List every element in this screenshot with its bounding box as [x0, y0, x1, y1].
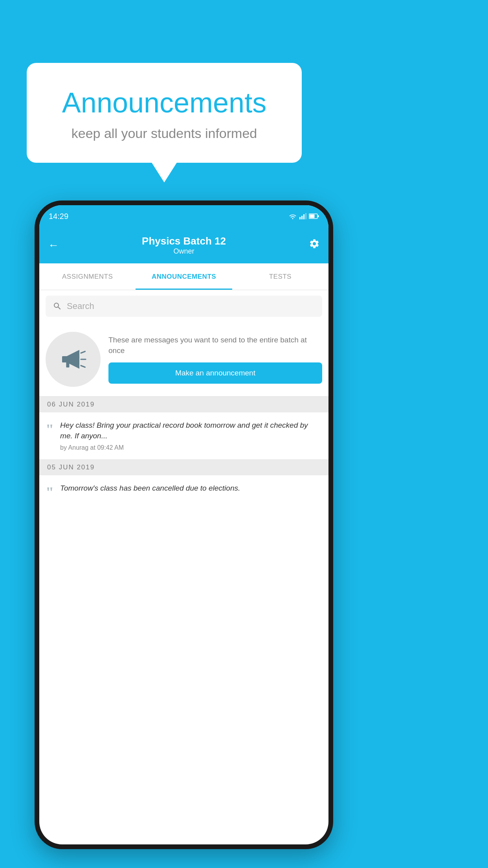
quote-icon-2: " [46, 485, 54, 500]
promo-section: These are messages you want to send to t… [39, 322, 328, 397]
bubble-subtitle: keep all your students informed [46, 126, 282, 141]
signal-icon [299, 213, 306, 219]
battery-icon [309, 213, 319, 219]
announcement-text-1: Hey class! Bring your practical record b… [60, 420, 322, 441]
tab-announcements[interactable]: ANNOUNCEMENTS [136, 263, 232, 290]
svg-rect-3 [305, 213, 306, 219]
tab-tests[interactable]: TESTS [232, 263, 328, 290]
tab-assignments[interactable]: ASSIGNMENTS [39, 263, 136, 290]
settings-button[interactable] [309, 238, 320, 252]
svg-line-12 [81, 366, 85, 367]
svg-rect-2 [303, 214, 305, 219]
speech-bubble: Announcements keep all your students inf… [27, 63, 302, 163]
bubble-title: Announcements [46, 86, 282, 119]
announcement-item-1[interactable]: " Hey class! Bring your practical record… [39, 412, 328, 460]
batch-name: Physics Batch 12 [142, 235, 226, 247]
announcement-meta-1: by Anurag at 09:42 AM [60, 444, 322, 451]
search-icon [53, 302, 62, 311]
promo-description: These are messages you want to send to t… [108, 335, 322, 356]
search-container: Search [39, 290, 328, 322]
announcement-content-1: Hey class! Bring your practical record b… [60, 420, 322, 451]
header-title-group: Physics Batch 12 Owner [142, 235, 226, 256]
svg-rect-5 [310, 215, 315, 218]
announcement-text-2: Tomorrow's class has been cancelled due … [60, 483, 322, 494]
status-bar: 14:29 [39, 205, 328, 227]
promo-content: These are messages you want to send to t… [108, 335, 322, 383]
search-placeholder: Search [67, 301, 94, 311]
megaphone-icon [57, 344, 89, 375]
svg-rect-1 [301, 216, 303, 219]
nav-bar: ← Physics Batch 12 Owner [39, 227, 328, 263]
svg-line-10 [81, 351, 85, 353]
phone-mockup: 14:29 [35, 200, 333, 849]
wifi-icon [288, 213, 297, 219]
announcement-item-2[interactable]: " Tomorrow's class has been cancelled du… [39, 475, 328, 508]
search-bar[interactable]: Search [46, 296, 322, 317]
svg-rect-0 [299, 217, 301, 219]
status-icons [288, 213, 319, 219]
back-button[interactable]: ← [48, 239, 59, 252]
date-divider-1: 06 JUN 2019 [39, 397, 328, 412]
speech-bubble-container: Announcements keep all your students inf… [27, 63, 302, 163]
svg-rect-8 [62, 356, 67, 362]
app-header: 14:29 [39, 205, 328, 263]
make-announcement-button[interactable]: Make an announcement [108, 362, 322, 384]
date-divider-2: 05 JUN 2019 [39, 460, 328, 475]
announcement-content-2: Tomorrow's class has been cancelled due … [60, 483, 322, 497]
svg-rect-6 [318, 215, 319, 217]
status-time: 14:29 [49, 212, 68, 221]
phone-screen: 14:29 [39, 205, 328, 844]
svg-rect-9 [66, 362, 69, 367]
user-role: Owner [142, 247, 226, 256]
gear-icon [309, 238, 320, 249]
promo-icon-circle [46, 332, 101, 387]
tab-bar: ASSIGNMENTS ANNOUNCEMENTS TESTS [39, 263, 328, 290]
quote-icon-1: " [46, 422, 54, 437]
